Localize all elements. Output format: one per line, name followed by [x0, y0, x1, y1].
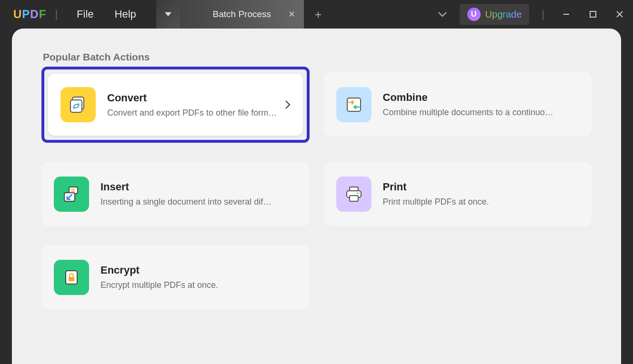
card-insert[interactable]: Insert Inserting a single document into … — [41, 162, 310, 226]
svg-rect-6 — [347, 98, 361, 111]
close-window-button[interactable] — [606, 0, 633, 29]
caret-down-icon — [165, 12, 171, 17]
maximize-button[interactable] — [580, 0, 606, 29]
card-desc: Encrypt multiple PDFs at once. — [100, 280, 272, 290]
menu-help[interactable]: Help — [104, 8, 147, 20]
card-title: Insert — [100, 181, 297, 193]
new-tab-button[interactable]: ＋ — [304, 0, 332, 29]
action-grid: Convert Convert and export PDFs to other… — [12, 72, 621, 309]
content-panel: Popular Batch Actions Convert C — [12, 29, 621, 364]
convert-icon — [60, 87, 96, 122]
card-desc: Print multiple PDFs at once. — [383, 197, 554, 207]
chevron-right-icon — [285, 100, 291, 109]
app-logo: UPDF — [13, 8, 46, 21]
section-title: Popular Batch Actions — [43, 51, 621, 63]
svg-rect-17 — [69, 277, 74, 281]
tab-close-icon[interactable]: ✕ — [288, 9, 295, 20]
window-controls-group: U Upgrade | — [429, 0, 633, 29]
card-desc: Convert and export PDFs to other file fo… — [107, 108, 279, 118]
card-title: Combine — [383, 91, 580, 104]
svg-rect-5 — [70, 100, 82, 112]
encrypt-icon — [54, 260, 89, 295]
tab-overflow-button[interactable] — [429, 0, 456, 29]
chevron-down-icon — [438, 11, 447, 17]
tab-label: Batch Process — [213, 9, 271, 20]
tab-batch-process[interactable]: Batch Process ✕ — [180, 0, 304, 29]
card-title: Print — [383, 181, 580, 193]
minimize-icon — [563, 10, 570, 18]
svg-rect-1 — [590, 11, 596, 17]
svg-point-14 — [358, 192, 360, 194]
minimize-button[interactable] — [553, 0, 580, 29]
insert-icon — [54, 177, 89, 212]
combine-icon — [336, 87, 372, 122]
svg-rect-11 — [350, 187, 358, 191]
close-icon — [616, 11, 623, 18]
title-bar: UPDF | File Help Batch Process ✕ ＋ U Upg… — [0, 0, 633, 29]
user-avatar-icon: U — [467, 8, 481, 21]
card-encrypt[interactable]: Encrypt Encrypt multiple PDFs at once. — [41, 245, 310, 309]
svg-rect-15 — [350, 196, 358, 201]
divider: | — [542, 8, 544, 20]
card-convert-highlight: Convert Convert and export PDFs to other… — [41, 67, 310, 143]
card-desc: Combine multiple documents to a continuo… — [383, 108, 554, 118]
card-print[interactable]: Print Print multiple PDFs at once. — [324, 162, 592, 226]
upgrade-label: Upgrade — [485, 9, 522, 20]
card-title: Convert — [107, 92, 280, 104]
maximize-icon — [590, 11, 596, 18]
menu-file[interactable]: File — [66, 8, 104, 20]
print-icon — [336, 177, 372, 212]
divider: | — [55, 8, 58, 20]
home-tab-dropdown[interactable] — [156, 0, 180, 29]
card-desc: Inserting a single document into several… — [100, 197, 272, 207]
tab-strip: Batch Process ✕ ＋ — [156, 0, 332, 29]
card-title: Encrypt — [100, 264, 297, 276]
card-combine[interactable]: Combine Combine multiple documents to a … — [324, 72, 592, 137]
upgrade-button[interactable]: U Upgrade — [460, 4, 530, 25]
svg-point-13 — [356, 192, 358, 194]
card-convert[interactable]: Convert Convert and export PDFs to other… — [48, 74, 303, 136]
